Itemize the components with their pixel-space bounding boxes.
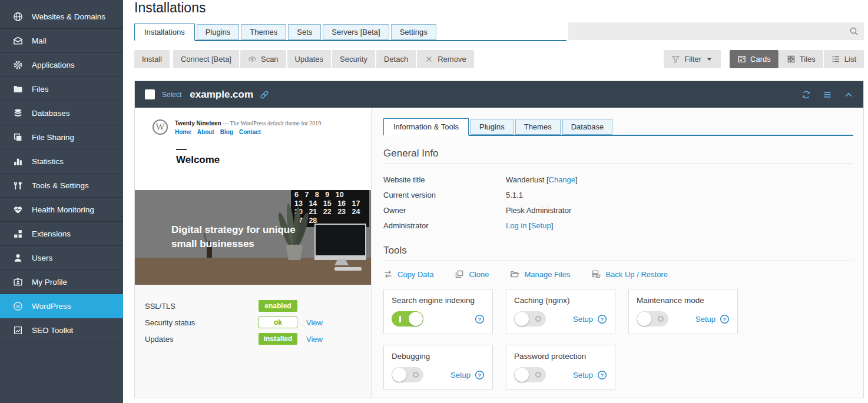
status-badge: ok bbox=[259, 317, 297, 328]
help-icon[interactable]: ? bbox=[475, 370, 485, 380]
sidebar-item[interactable]: Tools & Settings bbox=[0, 174, 123, 198]
menu-icon[interactable] bbox=[823, 90, 832, 99]
tab[interactable]: Sets bbox=[288, 24, 321, 40]
install-button[interactable]: Install bbox=[134, 50, 170, 68]
sidebar-item[interactable]: Statistics bbox=[0, 149, 123, 174]
clone-icon bbox=[455, 269, 464, 279]
refresh-icon[interactable] bbox=[801, 90, 811, 99]
sidebar-item-label: Health Monitoring bbox=[32, 205, 94, 214]
sidebar-item[interactable]: W WordPress bbox=[0, 294, 123, 318]
domain-link[interactable]: example.com bbox=[190, 89, 253, 101]
tab[interactable]: Servers [Beta] bbox=[323, 24, 389, 40]
tool-link[interactable]: Clone bbox=[455, 269, 489, 279]
toolbar-button[interactable]: Connect [Beta] bbox=[173, 50, 239, 68]
view-link[interactable]: View bbox=[306, 335, 323, 344]
help-icon[interactable]: ? bbox=[475, 314, 485, 324]
plesk-wordpress-toolkit-page: Websites & Domains Mail Applications Fil… bbox=[0, 0, 868, 403]
sidebar-item[interactable]: Files bbox=[0, 77, 123, 101]
mail-icon bbox=[13, 36, 23, 46]
folder-icon bbox=[13, 84, 23, 94]
tool-link[interactable]: Manage Files bbox=[510, 269, 570, 279]
sidebar-item[interactable]: File Sharing bbox=[0, 125, 123, 149]
status-label: Security status bbox=[145, 318, 259, 327]
link-icon[interactable] bbox=[260, 90, 269, 99]
sidebar-item[interactable]: SEO Toolkit bbox=[0, 318, 123, 342]
toolbar-right: Filter Cards Tiles List bbox=[664, 50, 864, 68]
gear-icon bbox=[13, 60, 23, 70]
tool-link[interactable]: Back Up / Restore bbox=[591, 269, 668, 279]
setup-link[interactable]: Setup bbox=[573, 315, 593, 324]
help-icon[interactable]: ? bbox=[597, 370, 607, 380]
toolbar-button[interactable]: Security bbox=[332, 50, 375, 68]
funnel-icon bbox=[671, 55, 680, 64]
select-checkbox[interactable] bbox=[145, 89, 155, 99]
toolbar-button[interactable]: Scan bbox=[240, 50, 286, 68]
sidebar-item[interactable]: Applications bbox=[0, 53, 123, 77]
sidebar-item[interactable]: Mail bbox=[0, 29, 123, 53]
user-icon bbox=[13, 253, 23, 263]
help-icon[interactable]: ? bbox=[720, 314, 730, 324]
toolbar-button[interactable]: Updates bbox=[287, 50, 331, 68]
toggle-switch[interactable] bbox=[392, 367, 423, 382]
setup-link[interactable]: Setup bbox=[450, 371, 471, 379]
site-preview-pane: W Twenty Nineteen — The WordPress defaul… bbox=[135, 108, 372, 398]
general-info-rows: Website title Wanderlust [Change] Curren… bbox=[383, 172, 853, 233]
sidebar-item[interactable]: Health Monitoring bbox=[0, 198, 123, 222]
view-button[interactable]: Cards bbox=[730, 50, 778, 68]
toggle-switch[interactable] bbox=[637, 311, 668, 327]
card-tab[interactable]: Database bbox=[562, 119, 613, 135]
info-link[interactable]: Change bbox=[549, 175, 576, 184]
setup-link[interactable]: Setup bbox=[573, 371, 593, 379]
card-tab[interactable]: Plugins bbox=[471, 119, 513, 135]
tab[interactable]: Settings bbox=[391, 24, 436, 40]
info-pane: Information & Tools Plugins Themes Datab… bbox=[372, 108, 863, 398]
view-button[interactable]: Tiles bbox=[779, 50, 823, 68]
sidebar-item[interactable]: Extensions bbox=[0, 222, 123, 246]
wordpress-icon: W bbox=[13, 301, 23, 311]
view-switcher: Cards Tiles List bbox=[730, 50, 864, 68]
toggle-switch[interactable] bbox=[514, 367, 546, 382]
tool-link[interactable]: Copy Data bbox=[383, 269, 433, 279]
main-tabs: Installations Plugins Themes Sets Server… bbox=[134, 24, 566, 41]
view-button[interactable]: List bbox=[824, 50, 864, 68]
svg-text:?: ? bbox=[723, 316, 727, 322]
info-label: Administrator bbox=[383, 221, 506, 230]
tiles-icon bbox=[787, 55, 796, 64]
card-tab[interactable]: Themes bbox=[515, 119, 561, 135]
info-row: Administrator Log in [Setup] bbox=[383, 218, 853, 233]
open-folder-icon bbox=[510, 269, 519, 279]
toggle-card-label: Caching (nginx) bbox=[514, 296, 607, 305]
help-icon[interactable]: ? bbox=[597, 314, 607, 324]
tab[interactable]: Installations bbox=[134, 24, 195, 41]
tab[interactable]: Plugins bbox=[197, 24, 240, 40]
card-tab[interactable]: Information & Tools bbox=[383, 118, 469, 136]
cards-icon bbox=[737, 55, 746, 64]
sidebar-item[interactable]: Databases bbox=[0, 101, 123, 125]
search-input[interactable] bbox=[568, 22, 864, 40]
select-label[interactable]: Select bbox=[162, 91, 181, 99]
tab[interactable]: Themes bbox=[241, 24, 286, 40]
toolbar-button[interactable]: Detach bbox=[376, 50, 416, 68]
preview-hero-image[interactable]: 6 7 8 9 1013 14 15 16 1720 21 22 23 2427… bbox=[135, 190, 371, 285]
status-badge: enabled bbox=[259, 300, 297, 312]
copy-data-icon bbox=[383, 269, 393, 279]
chevron-up-icon[interactable] bbox=[844, 90, 853, 99]
site-preview-thumbnail[interactable]: W Twenty Nineteen — The WordPress defaul… bbox=[135, 108, 371, 190]
sidebar-item-label: Databases bbox=[32, 109, 70, 118]
sidebar-item[interactable]: Websites & Domains bbox=[0, 5, 123, 29]
sidebar-item[interactable]: Users bbox=[0, 246, 123, 270]
info-row: Website title Wanderlust [Change] bbox=[383, 172, 853, 187]
tool-links: Copy Data Clone Manage Files Back Up / R… bbox=[383, 269, 853, 279]
info-link[interactable]: Setup bbox=[531, 221, 551, 230]
filter-button[interactable]: Filter bbox=[664, 50, 721, 68]
info-link[interactable]: Log in bbox=[506, 221, 529, 230]
sidebar-item[interactable]: My Profile bbox=[0, 270, 123, 294]
toggle-switch[interactable] bbox=[392, 311, 423, 327]
toolbar-button[interactable]: Remove bbox=[417, 50, 473, 68]
installation-card: Select example.com W Twenty Ni bbox=[134, 81, 864, 398]
search-icon[interactable] bbox=[849, 26, 859, 36]
setup-link[interactable]: Setup bbox=[695, 315, 715, 324]
view-link[interactable]: View bbox=[306, 318, 323, 327]
toggle-switch[interactable] bbox=[514, 311, 546, 327]
info-row: Owner Plesk Administrator bbox=[383, 202, 853, 218]
